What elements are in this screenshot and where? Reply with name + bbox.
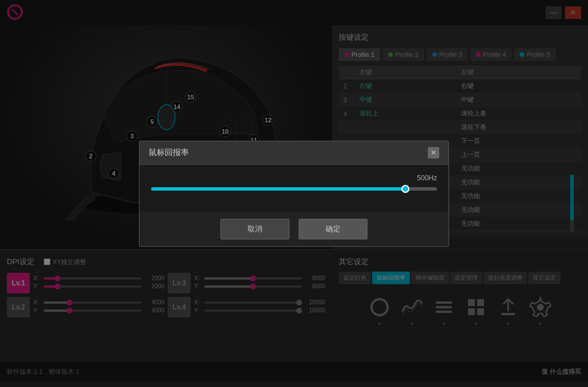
- modal-header: 鼠标回报率 ✕: [140, 141, 448, 165]
- modal-confirm-button[interactable]: 确定: [299, 219, 368, 239]
- modal-overlay: 鼠标回报率 ✕ 500Hz 取消 确定: [0, 0, 588, 387]
- hz-value: 500Hz: [417, 174, 437, 182]
- modal-cancel-button[interactable]: 取消: [220, 219, 289, 239]
- modal-body: 500Hz: [140, 165, 448, 212]
- hz-slider[interactable]: [151, 187, 437, 191]
- report-rate-modal: 鼠标回报率 ✕ 500Hz 取消 确定: [139, 141, 449, 247]
- hz-slider-container: 500Hz: [151, 179, 437, 198]
- modal-close-button[interactable]: ✕: [428, 147, 439, 158]
- modal-footer: 取消 确定: [140, 212, 448, 246]
- modal-title: 鼠标回报率: [149, 148, 189, 158]
